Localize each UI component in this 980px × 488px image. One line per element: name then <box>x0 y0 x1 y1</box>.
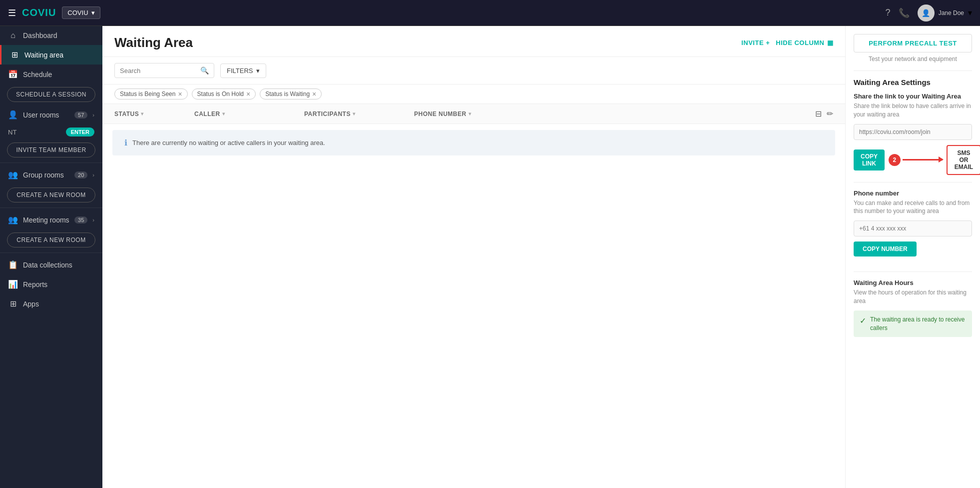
participants-sort-icon: ▾ <box>353 111 356 116</box>
hide-col-label: HIDE COLUMN <box>776 39 824 46</box>
col-phone-header[interactable]: PHONE NUMBER ▾ <box>414 110 514 118</box>
content-header: Waiting Area INVITE + HIDE COLUMN ▦ <box>102 26 845 57</box>
phone-input[interactable] <box>854 220 972 236</box>
hours-section: Waiting Area Hours View the hours of ope… <box>854 279 972 337</box>
annotation-2: 2 <box>889 154 943 166</box>
group-rooms-arrow-icon: › <box>92 172 94 178</box>
filter-tag-being-seen-remove[interactable]: × <box>178 90 182 98</box>
search-icon: 🔍 <box>200 66 209 74</box>
sidebar-item-group-rooms[interactable]: 👥 Group rooms 20 › <box>0 165 102 184</box>
nt-label: NT <box>8 128 16 136</box>
hide-column-button[interactable]: HIDE COLUMN ▦ <box>776 39 833 46</box>
sidebar-item-user-rooms[interactable]: 👤 User rooms 57 › <box>0 105 102 124</box>
search-input[interactable] <box>120 67 197 74</box>
empty-message: There are currently no waiting or active… <box>132 139 325 146</box>
col-status-label: STATUS <box>114 110 139 118</box>
phone-label: Phone number <box>854 190 972 197</box>
filter-tag-waiting: Status is Waiting × <box>260 88 322 100</box>
invite-team-member-button[interactable]: INVITE TEAM MEMBER <box>7 142 95 158</box>
user-name: Jane Doe <box>939 10 964 16</box>
annotation-arrow-2 <box>903 159 943 160</box>
filter-tag-waiting-remove[interactable]: × <box>312 90 316 98</box>
ready-icon: ✓ <box>860 316 866 326</box>
copy-number-button[interactable]: COPY NUMBER <box>854 242 917 256</box>
precall-test-button[interactable]: PERFORM PRECALL TEST <box>854 34 972 52</box>
phone-icon[interactable]: 📞 <box>899 8 910 18</box>
share-link-label: Share the link to your Waiting Area <box>854 92 972 100</box>
enter-button[interactable]: ENTER <box>66 128 94 136</box>
data-collections-icon: 📋 <box>8 260 18 270</box>
filter-tag-on-hold-remove[interactable]: × <box>246 90 250 98</box>
col-caller-label: CALLER <box>194 110 220 118</box>
col-status-header[interactable]: STATUS ▾ <box>114 110 194 118</box>
filter-tag-being-seen-label: Status is Being Seen <box>120 90 175 98</box>
meeting-rooms-label: Meeting rooms <box>23 216 69 224</box>
content-toolbar: 🔍 FILTERS ▾ <box>102 57 845 84</box>
panel-divider-2 <box>854 182 972 182</box>
user-rooms-count: 57 <box>74 112 87 118</box>
apps-label: Apps <box>23 300 94 308</box>
table-body: ℹ There are currently no waiting or acti… <box>102 130 845 156</box>
hamburger-icon[interactable]: ☰ <box>8 8 16 18</box>
schedule-icon: 📅 <box>8 70 18 79</box>
reports-label: Reports <box>23 280 94 288</box>
status-sort-icon: ▾ <box>141 111 144 116</box>
link-input[interactable] <box>854 124 972 140</box>
avatar: 👤 <box>918 4 935 22</box>
search-box: 🔍 <box>114 63 214 78</box>
user-rooms-arrow-icon: › <box>92 112 94 118</box>
right-panel: PERFORM PRECALL TEST Test your network a… <box>845 26 980 488</box>
meeting-rooms-icon: 👥 <box>8 215 18 224</box>
waiting-area-icon: ⊞ <box>9 50 19 60</box>
col-phone-label: PHONE NUMBER <box>414 110 467 118</box>
sidebar-divider-1 <box>0 162 102 163</box>
filter-tag-on-hold: Status is On Hold × <box>192 88 256 100</box>
user-avatar-area[interactable]: 👤 Jane Doe ▾ <box>918 4 972 22</box>
share-actions: COPY LINK 2 SMS OR EMAIL <box>854 145 972 175</box>
hours-label: Waiting Area Hours <box>854 279 972 286</box>
sidebar-item-schedule[interactable]: 📅 Schedule <box>0 64 102 84</box>
create-new-room-button-1[interactable]: CREATE A NEW ROOM <box>7 188 95 202</box>
filter-tag-being-seen: Status is Being Seen × <box>114 88 188 100</box>
sidebar-item-meeting-rooms[interactable]: 👥 Meeting rooms 35 › <box>0 210 102 230</box>
group-rooms-icon: 👥 <box>8 170 18 180</box>
schedule-session-button[interactable]: SCHEDULE A SESSION <box>7 87 95 102</box>
nt-row: NT ENTER <box>0 124 102 140</box>
col-caller-header[interactable]: CALLER ▾ <box>194 110 304 118</box>
header-actions: INVITE + HIDE COLUMN ▦ <box>741 39 833 46</box>
help-icon[interactable]: ? <box>886 8 891 18</box>
top-header: ☰ COVIU COVIU ▾ ? 📞 👤 Jane Doe ▾ <box>0 0 980 26</box>
share-link-desc: Share the link below to have callers arr… <box>854 102 972 119</box>
header-left: ☰ COVIU COVIU ▾ <box>8 6 100 19</box>
sidebar-item-waiting-area[interactable]: ⊞ Waiting area 1 <box>0 45 102 64</box>
sidebar-item-apps[interactable]: ⊞ Apps <box>0 294 102 314</box>
invite-plus-button[interactable]: INVITE + <box>741 39 770 46</box>
user-rooms-icon: 👤 <box>8 110 18 120</box>
table-grid-icon[interactable]: ⊟ <box>815 109 822 118</box>
sidebar-item-data-collections[interactable]: 📋 Data collections <box>0 255 102 274</box>
caller-sort-icon: ▾ <box>222 111 225 116</box>
table-edit-icon[interactable]: ✏ <box>827 109 833 118</box>
table-header: STATUS ▾ CALLER ▾ PARTICIPANTS ▾ PHONE N… <box>102 104 845 124</box>
col-participants-header[interactable]: PARTICIPANTS ▾ <box>304 110 414 118</box>
content-area: Waiting Area INVITE + HIDE COLUMN ▦ 🔍 FI… <box>102 26 845 488</box>
create-new-room-button-2[interactable]: CREATE A NEW ROOM <box>7 232 95 248</box>
sidebar-item-dashboard[interactable]: ⌂ Dashboard <box>0 26 102 45</box>
annotation-badge-2: 2 <box>889 154 901 166</box>
panel-divider-3 <box>854 272 972 272</box>
meeting-rooms-arrow-icon: › <box>92 217 94 223</box>
phone-sort-icon: ▾ <box>469 111 472 116</box>
phone-desc: You can make and receive calls to and fr… <box>854 199 972 216</box>
copy-link-button[interactable]: COPY LINK <box>854 150 885 170</box>
filter-tags: Status is Being Seen × Status is On Hold… <box>102 84 845 104</box>
logo: COVIU <box>22 7 56 18</box>
apps-icon: ⊞ <box>8 299 18 308</box>
user-rooms-label: User rooms <box>23 111 69 119</box>
sms-email-button[interactable]: SMS OR EMAIL <box>947 145 980 175</box>
sidebar-item-reports[interactable]: 📊 Reports <box>0 274 102 294</box>
workspace-selector[interactable]: COVIU ▾ <box>62 6 100 19</box>
group-rooms-label: Group rooms <box>23 171 69 179</box>
filters-label: FILTERS <box>227 67 253 74</box>
sidebar-divider-2 <box>0 208 102 208</box>
filters-button[interactable]: FILTERS ▾ <box>220 64 266 78</box>
